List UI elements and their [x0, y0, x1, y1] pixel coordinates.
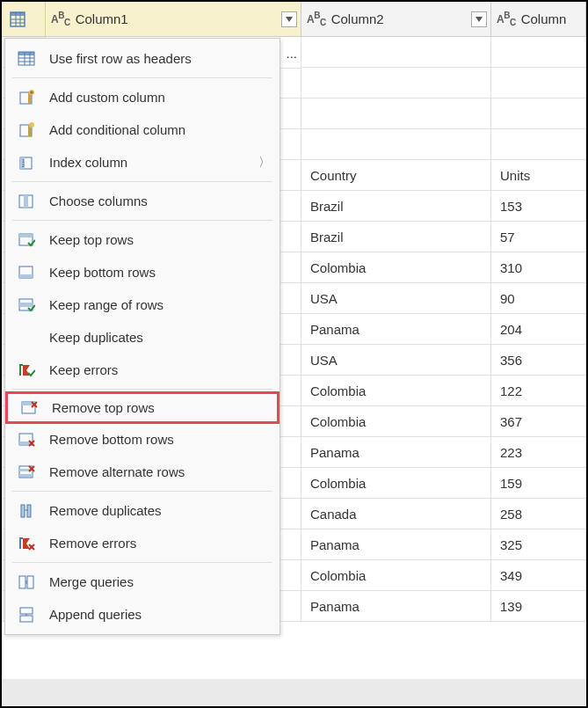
keep-duplicates-icon — [16, 327, 37, 348]
cell-col3: 139 — [491, 591, 586, 621]
truncated-cell: ... — [280, 38, 301, 69]
text-type-icon: ABC — [497, 11, 516, 27]
menu-keep-errors[interactable]: Keep errors — [5, 354, 279, 386]
menu-add-conditional-column[interactable]: Add conditional column — [5, 113, 279, 146]
text-type-icon: ABC — [51, 11, 70, 27]
menu-label: Keep duplicates — [49, 330, 143, 345]
keep-errors-icon — [16, 360, 37, 381]
keep-bottom-icon — [16, 262, 37, 283]
cell-col3: 367 — [491, 406, 586, 436]
menu-label: Keep errors — [49, 362, 118, 377]
menu-remove-top-rows[interactable]: Remove top rows — [5, 391, 279, 424]
cell-col3 — [491, 99, 586, 128]
menu-remove-alternate-rows[interactable]: Remove alternate rows — [5, 456, 279, 488]
menu-separator — [12, 220, 272, 221]
menu-append-queries[interactable]: Append queries — [5, 598, 279, 631]
menu-keep-duplicates[interactable]: Keep duplicates — [5, 321, 279, 354]
submenu-arrow-icon: 〉 — [258, 155, 271, 171]
headers-icon — [16, 48, 37, 69]
cell-col3: 57 — [491, 222, 586, 252]
svg-rect-42 — [19, 474, 33, 477]
svg-rect-51 — [27, 576, 33, 588]
keep-top-icon — [16, 230, 37, 251]
cell-col2: USA — [301, 283, 491, 313]
svg-rect-27 — [19, 234, 33, 237]
cell-col2: Colombia — [301, 468, 491, 498]
cell-col3: 349 — [491, 560, 586, 590]
svg-rect-53 — [20, 616, 33, 622]
cell-col3: 310 — [491, 252, 586, 282]
column-header-col3[interactable]: ABC Column — [491, 2, 586, 36]
append-icon — [16, 604, 37, 625]
menu-label: Use first row as headers — [49, 51, 192, 66]
cell-col3: 90 — [491, 283, 586, 313]
menu-label: Merge queries — [49, 574, 134, 589]
cell-col2: Colombia — [301, 406, 491, 436]
menu-separator — [12, 181, 272, 182]
menu-separator — [12, 491, 272, 492]
menu-label: Keep range of rows — [49, 297, 163, 312]
svg-rect-45 — [21, 505, 25, 517]
menu-label: Keep top rows — [49, 232, 134, 247]
remove-top-icon — [18, 398, 40, 419]
menu-label: Add custom column — [49, 90, 165, 105]
svg-rect-46 — [27, 505, 31, 517]
menu-choose-columns[interactable]: Choose columns — [5, 185, 279, 217]
cell-col2: Brazil — [301, 191, 491, 221]
cell-col3: 223 — [491, 437, 586, 467]
table-corner-button[interactable] — [2, 2, 46, 36]
text-type-icon: ABC — [307, 11, 326, 27]
column-filter-dropdown[interactable] — [471, 11, 487, 27]
cell-col2: Colombia — [301, 376, 491, 405]
cell-col2: USA — [301, 345, 491, 375]
column-header-row: ABC Column1 ABC Column2 ABC Column — [2, 2, 586, 37]
menu-use-first-row-headers[interactable]: Use first row as headers — [5, 42, 279, 75]
cell-col2 — [301, 129, 491, 159]
cell-col2: Canada — [301, 499, 491, 529]
conditional-column-icon — [16, 120, 37, 141]
menu-remove-duplicates[interactable]: Remove duplicates — [5, 494, 279, 527]
cell-col3: 122 — [491, 376, 586, 405]
cell-col2 — [301, 37, 491, 67]
merge-icon — [16, 572, 37, 593]
menu-add-custom-column[interactable]: Add custom column — [5, 81, 279, 113]
column-name: Column — [521, 11, 567, 26]
cell-col3 — [491, 129, 586, 159]
svg-rect-7 — [18, 52, 34, 55]
cell-col2: Panama — [301, 437, 491, 467]
svg-text:2: 2 — [22, 163, 25, 168]
menu-remove-errors[interactable]: Remove errors — [5, 527, 279, 559]
menu-keep-bottom-rows[interactable]: Keep bottom rows — [5, 256, 279, 288]
cell-col3: 356 — [491, 345, 586, 375]
column-filter-dropdown[interactable] — [281, 11, 297, 27]
menu-label: Add conditional column — [49, 122, 185, 137]
menu-label: Choose columns — [49, 193, 148, 208]
remove-alternate-icon — [16, 462, 37, 483]
menu-separator — [12, 77, 272, 78]
menu-keep-range-rows[interactable]: Keep range of rows — [5, 288, 279, 321]
menu-label: Index column — [49, 155, 127, 170]
svg-rect-25 — [24, 195, 28, 208]
menu-remove-bottom-rows[interactable]: Remove bottom rows — [5, 423, 279, 456]
menu-separator — [12, 562, 272, 563]
table-context-menu: Use first row as headers Add custom colu… — [4, 38, 280, 635]
svg-rect-50 — [19, 576, 25, 588]
cell-col3: Units — [491, 160, 586, 190]
column-header-col2[interactable]: ABC Column2 — [301, 2, 491, 36]
keep-range-icon — [16, 295, 37, 316]
cell-col2 — [301, 68, 491, 98]
cell-col2: Panama — [301, 314, 491, 344]
svg-rect-31 — [19, 303, 33, 307]
menu-index-column[interactable]: 12 Index column 〉 — [5, 146, 279, 179]
menu-label: Remove bottom rows — [49, 432, 174, 447]
cell-col3: 159 — [491, 468, 586, 498]
cell-col2 — [301, 99, 491, 128]
cell-col3: 153 — [491, 191, 586, 221]
add-column-icon — [16, 87, 37, 108]
column-header-col1[interactable]: ABC Column1 — [46, 2, 301, 36]
menu-keep-top-rows[interactable]: Keep top rows — [5, 223, 279, 256]
cell-col3 — [491, 68, 586, 98]
menu-merge-queries[interactable]: Merge queries — [5, 566, 279, 598]
cell-col2: Country — [301, 160, 491, 190]
menu-label: Remove errors — [49, 536, 136, 551]
